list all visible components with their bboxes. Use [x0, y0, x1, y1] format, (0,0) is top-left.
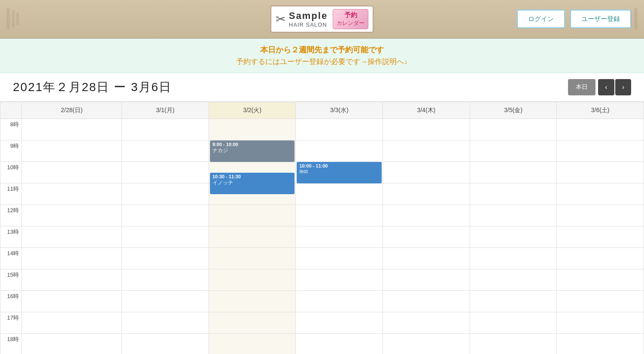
reservation-badge: 予約 カレンダー	[333, 9, 368, 29]
day-cell-3-row-1[interactable]	[296, 140, 383, 162]
day-cell-0-row-0[interactable]	[22, 119, 122, 140]
event-event3[interactable]: 10:00 - 11:00test	[297, 162, 382, 183]
salon-sample-label: Sample	[289, 10, 328, 21]
next-button[interactable]: ›	[615, 79, 631, 95]
day-cell-3-row-0[interactable]	[296, 119, 383, 140]
day-cell-3-row-5[interactable]	[296, 226, 383, 248]
today-button[interactable]: 本日	[568, 79, 595, 95]
day-cell-4-row-6[interactable]	[383, 248, 470, 269]
time-label-3: 11時	[0, 183, 22, 205]
day-cell-0-row-3[interactable]	[22, 183, 122, 205]
day-cell-6-row-6[interactable]	[557, 248, 644, 269]
day-cell-1-row-1[interactable]	[122, 140, 209, 162]
day-cell-0-row-8[interactable]	[22, 291, 122, 312]
time-col-header	[0, 102, 22, 119]
day-cell-4-row-5[interactable]	[383, 226, 470, 248]
time-label-1: 9時	[0, 140, 22, 162]
event-event2[interactable]: 10:30 - 11:30イノッチ	[210, 173, 295, 194]
day-cell-0-row-1[interactable]	[22, 140, 122, 162]
notice-bar: 本日から２週間先まで予約可能です 予約するにはユーザー登録が必要です→操作説明へ…	[0, 39, 644, 73]
day-cell-5-row-2[interactable]	[470, 162, 557, 183]
day-cell-3-row-10[interactable]	[296, 334, 383, 354]
day-cell-5-row-0[interactable]	[470, 119, 557, 140]
time-label-4: 12時	[0, 205, 22, 226]
day-cell-2-row-7[interactable]	[209, 269, 296, 291]
day-cell-1-row-10[interactable]	[122, 334, 209, 354]
day-cell-2-row-6[interactable]	[209, 248, 296, 269]
day-cell-1-row-0[interactable]	[122, 119, 209, 140]
prev-button[interactable]: ‹	[598, 79, 614, 95]
day-cell-5-row-7[interactable]	[470, 269, 557, 291]
day-cell-6-row-10[interactable]	[557, 334, 644, 354]
day-cell-6-row-9[interactable]	[557, 312, 644, 334]
day-cell-6-row-0[interactable]	[557, 119, 644, 140]
time-label-6: 14時	[0, 248, 22, 269]
day-cell-0-row-4[interactable]	[22, 205, 122, 226]
day-header-wed: 3/3(水)	[296, 102, 383, 119]
day-cell-5-row-6[interactable]	[470, 248, 557, 269]
day-cell-6-row-4[interactable]	[557, 205, 644, 226]
day-cell-1-row-2[interactable]	[122, 162, 209, 183]
day-cell-1-row-7[interactable]	[122, 269, 209, 291]
day-cell-5-row-5[interactable]	[470, 226, 557, 248]
day-cell-6-row-2[interactable]	[557, 162, 644, 183]
day-cell-2-row-2[interactable]: 10:30 - 11:30イノッチ	[209, 162, 296, 183]
day-cell-0-row-10[interactable]	[22, 334, 122, 354]
day-cell-1-row-4[interactable]	[122, 205, 209, 226]
logo[interactable]: ✂ Sample HAIR SALON 予約 カレンダー	[270, 6, 374, 33]
day-cell-4-row-2[interactable]	[383, 162, 470, 183]
day-cell-4-row-10[interactable]	[383, 334, 470, 354]
day-cell-4-row-8[interactable]	[383, 291, 470, 312]
login-button[interactable]: ログイン	[517, 10, 565, 28]
day-cell-0-row-7[interactable]	[22, 269, 122, 291]
day-cell-3-row-8[interactable]	[296, 291, 383, 312]
day-cell-4-row-3[interactable]	[383, 183, 470, 205]
day-header-mon: 3/1(月)	[122, 102, 209, 119]
day-cell-0-row-2[interactable]	[22, 162, 122, 183]
scissors-icon: ✂	[276, 12, 286, 26]
day-cell-2-row-1[interactable]: 9:00 - 10:00ナカジ	[209, 140, 296, 162]
day-cell-5-row-3[interactable]	[470, 183, 557, 205]
day-cell-1-row-8[interactable]	[122, 291, 209, 312]
day-cell-5-row-1[interactable]	[470, 140, 557, 162]
day-cell-4-row-1[interactable]	[383, 140, 470, 162]
day-cell-6-row-7[interactable]	[557, 269, 644, 291]
day-header-thu: 3/4(木)	[383, 102, 470, 119]
day-cell-6-row-1[interactable]	[557, 140, 644, 162]
day-cell-1-row-9[interactable]	[122, 312, 209, 334]
day-cell-3-row-2[interactable]: 10:00 - 11:00test	[296, 162, 383, 183]
day-cell-5-row-4[interactable]	[470, 205, 557, 226]
day-cell-6-row-8[interactable]	[557, 291, 644, 312]
register-button[interactable]: ユーザー登録	[570, 10, 631, 28]
day-cell-5-row-10[interactable]	[470, 334, 557, 354]
day-cell-2-row-10[interactable]	[209, 334, 296, 354]
day-cell-1-row-5[interactable]	[122, 226, 209, 248]
day-cell-6-row-3[interactable]	[557, 183, 644, 205]
day-cell-1-row-3[interactable]	[122, 183, 209, 205]
day-cell-3-row-3[interactable]	[296, 183, 383, 205]
day-cell-5-row-8[interactable]	[470, 291, 557, 312]
day-cell-4-row-4[interactable]	[383, 205, 470, 226]
day-cell-2-row-8[interactable]	[209, 291, 296, 312]
event-event1[interactable]: 9:00 - 10:00ナカジ	[210, 140, 295, 162]
time-label-10: 18時	[0, 334, 22, 354]
day-cell-2-row-9[interactable]	[209, 312, 296, 334]
day-cell-4-row-7[interactable]	[383, 269, 470, 291]
day-cell-2-row-4[interactable]	[209, 205, 296, 226]
day-cell-0-row-6[interactable]	[22, 248, 122, 269]
day-cell-2-row-0[interactable]	[209, 119, 296, 140]
day-cell-1-row-6[interactable]	[122, 248, 209, 269]
day-cell-3-row-9[interactable]	[296, 312, 383, 334]
time-label-9: 17時	[0, 312, 22, 334]
day-cell-2-row-5[interactable]	[209, 226, 296, 248]
day-cell-4-row-9[interactable]	[383, 312, 470, 334]
day-cell-3-row-6[interactable]	[296, 248, 383, 269]
calendar-wrapper: 2/28(日) 3/1(月) 3/2(火) 3/3(水) 3/4(木) 3/5(…	[0, 102, 644, 354]
day-cell-0-row-5[interactable]	[22, 226, 122, 248]
day-cell-3-row-4[interactable]	[296, 205, 383, 226]
day-cell-6-row-5[interactable]	[557, 226, 644, 248]
day-cell-0-row-9[interactable]	[22, 312, 122, 334]
day-cell-5-row-9[interactable]	[470, 312, 557, 334]
day-cell-3-row-7[interactable]	[296, 269, 383, 291]
day-cell-4-row-0[interactable]	[383, 119, 470, 140]
